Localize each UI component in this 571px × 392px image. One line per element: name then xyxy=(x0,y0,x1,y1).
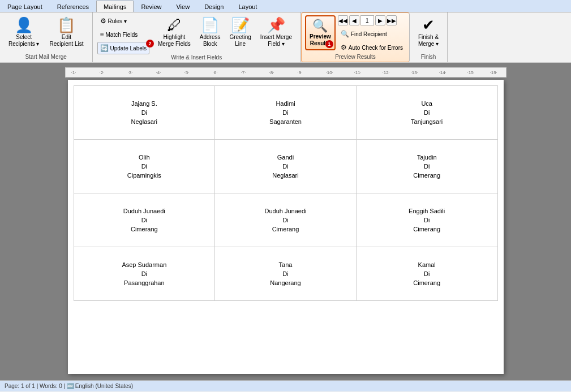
preview-results-button[interactable]: 🔍 PreviewResults 1 xyxy=(305,15,336,50)
rules-button[interactable]: ⚙ Rules ▾ xyxy=(97,15,130,27)
finish-merge-button[interactable]: ✔ Finish &Merge ▾ xyxy=(414,15,443,50)
badge-2: 2 xyxy=(146,40,154,48)
label-di: Di xyxy=(141,109,147,116)
select-recipients-button[interactable]: 👤 SelectRecipients ▾ xyxy=(5,15,43,50)
label-cell: KamalDiCimerang xyxy=(357,247,498,301)
ruler: ·1· ·2· ·3· ·4· ·5· ·6· ·7· ·8· ·9· ·10·… xyxy=(65,67,506,77)
group-finish: ✔ Finish &Merge ▾ Finish xyxy=(410,12,448,62)
highlight-merge-fields-button[interactable]: 🖊 HighlightMerge Fields xyxy=(154,15,195,50)
label-di: Di xyxy=(141,270,147,277)
insert-merge-field-icon: 📌 xyxy=(267,18,285,32)
select-recipients-icon: 👤 xyxy=(15,18,33,32)
label-name: Enggih Sadili xyxy=(409,208,445,214)
group-start-label: Start Mail Merge xyxy=(5,54,88,60)
next-record-button[interactable]: ▶ xyxy=(375,15,385,25)
label-place: Nangerang xyxy=(270,279,300,286)
label-place: Cimerang xyxy=(413,172,440,179)
finish-merge-icon: ✔ xyxy=(422,18,435,32)
document-area: ·1· ·2· ·3· ·4· ·5· ·6· ·7· ·8· ·9· ·10·… xyxy=(0,63,571,380)
group-preview-label: Preview Results xyxy=(305,54,406,60)
status-bar: Page: 1 of 1 | Words: 0 | 🔤 English (Uni… xyxy=(0,380,571,391)
tab-references[interactable]: References xyxy=(50,1,96,12)
badge-1: 1 xyxy=(325,40,333,48)
label-name: Uca xyxy=(421,100,432,107)
label-place: Cimerang xyxy=(272,226,299,232)
greeting-line-icon: 📝 xyxy=(231,18,250,32)
label-name: Hadimi xyxy=(276,100,295,107)
label-name: Jajang S. xyxy=(131,100,157,107)
match-fields-button[interactable]: ≡ Match Fields xyxy=(97,28,141,41)
highlight-icon: 🖊 xyxy=(167,18,182,32)
label-place: Tanjungsari xyxy=(411,118,443,125)
find-recipient-icon: 🔍 xyxy=(341,30,349,38)
label-name: Duduh Junaedi xyxy=(264,208,306,214)
label-cell: TajudinDiCimerang xyxy=(357,140,498,193)
tab-bar: Page Layout References Mailings Review V… xyxy=(0,0,571,12)
last-record-button[interactable]: ▶▶ xyxy=(387,15,397,25)
label-cell: TanaDiNangerang xyxy=(215,247,357,301)
label-di: Di xyxy=(141,163,147,170)
find-recipient-button[interactable]: 🔍 Find Recipient xyxy=(338,28,406,40)
edit-recipient-list-button[interactable]: 📋 EditRecipient List xyxy=(45,15,87,50)
prev-record-button[interactable]: ◀ xyxy=(349,15,359,25)
address-block-button[interactable]: 📄 AddressBlock xyxy=(196,15,225,50)
record-navigation: ◀◀ ◀ ▶ ▶▶ xyxy=(338,15,406,25)
label-cell: UcaDiTanjungsari xyxy=(357,86,498,140)
address-block-icon: 📄 xyxy=(201,18,219,32)
label-place: Cimerang xyxy=(131,226,158,232)
label-cell: Jajang S.DiNeglasari xyxy=(74,86,216,140)
label-di: Di xyxy=(282,163,288,170)
first-record-button[interactable]: ◀◀ xyxy=(338,15,348,25)
status-text: Page: 1 of 1 | Words: 0 | 🔤 English (Uni… xyxy=(5,383,133,389)
preview-results-icon: 🔍 xyxy=(312,19,328,33)
group-write-label: Write & Insert Fields xyxy=(97,54,297,61)
update-labels-icon: 🔄 xyxy=(100,44,109,52)
label-place: Pasanggrahan xyxy=(124,279,165,286)
label-cell: Asep SudarmanDiPasanggrahan xyxy=(74,247,216,301)
label-di: Di xyxy=(282,270,288,277)
insert-merge-field-button[interactable]: 📌 Insert MergeField ▾ xyxy=(256,15,296,50)
label-name: Tana xyxy=(279,261,293,268)
label-di: Di xyxy=(282,109,288,116)
record-number-input[interactable] xyxy=(360,15,374,25)
tab-mailings[interactable]: Mailings xyxy=(96,1,134,12)
label-name: Olih xyxy=(139,154,150,161)
tab-review[interactable]: Review xyxy=(134,1,169,12)
match-fields-icon: ≡ xyxy=(100,31,104,38)
label-place: Cimerang xyxy=(413,279,440,286)
update-labels-button[interactable]: 🔄 Update Labels xyxy=(97,42,150,54)
group-write-insert: ⚙ Rules ▾ ≡ Match Fields 🔄 Update xyxy=(93,12,302,62)
tab-design[interactable]: Design xyxy=(197,1,231,12)
label-di: Di xyxy=(424,109,430,116)
label-cell: OlihDiCipamingkis xyxy=(74,140,216,193)
label-di: Di xyxy=(424,217,430,223)
label-name: Kamal xyxy=(418,261,436,268)
group-finish-label: Finish xyxy=(414,54,443,60)
greeting-line-button[interactable]: 📝 GreetingLine xyxy=(226,15,255,50)
tab-layout[interactable]: Layout xyxy=(231,1,264,12)
label-grid: Jajang S.DiNeglasariHadimiDiSagarantenUc… xyxy=(74,85,498,301)
label-place: Neglasari xyxy=(131,118,157,125)
rules-icon: ⚙ xyxy=(100,17,106,25)
document-page: Jajang S.DiNeglasariHadimiDiSagarantenUc… xyxy=(68,80,504,374)
label-cell: GandiDiNeglasari xyxy=(215,140,357,193)
label-place: Cimerang xyxy=(413,226,440,232)
label-place: Neglasari xyxy=(272,172,298,179)
label-di: Di xyxy=(282,217,288,223)
label-place: Cipamingkis xyxy=(127,172,161,179)
label-name: Asep Sudarman xyxy=(122,261,166,268)
auto-check-errors-button[interactable]: ⚙ Auto Check for Errors xyxy=(338,41,406,54)
label-di: Di xyxy=(424,163,430,170)
label-cell: Duduh JunaediDiCimerang xyxy=(215,193,357,247)
group-preview-results: 🔍 PreviewResults 1 ◀◀ ◀ ▶ ▶▶ xyxy=(301,12,410,62)
label-cell: Enggih SadiliDiCimerang xyxy=(357,193,498,247)
tab-view[interactable]: View xyxy=(169,1,197,12)
group-start-mail-merge: 👤 SelectRecipients ▾ 📋 EditRecipient Lis… xyxy=(0,12,93,62)
auto-check-icon: ⚙ xyxy=(341,44,347,51)
label-name: Gandi xyxy=(277,154,294,161)
tab-page-layout[interactable]: Page Layout xyxy=(0,1,50,12)
edit-recipient-list-icon: 📋 xyxy=(57,18,75,32)
label-di: Di xyxy=(141,217,147,223)
label-name: Duduh Junaedi xyxy=(123,208,165,214)
label-di: Di xyxy=(424,270,430,277)
